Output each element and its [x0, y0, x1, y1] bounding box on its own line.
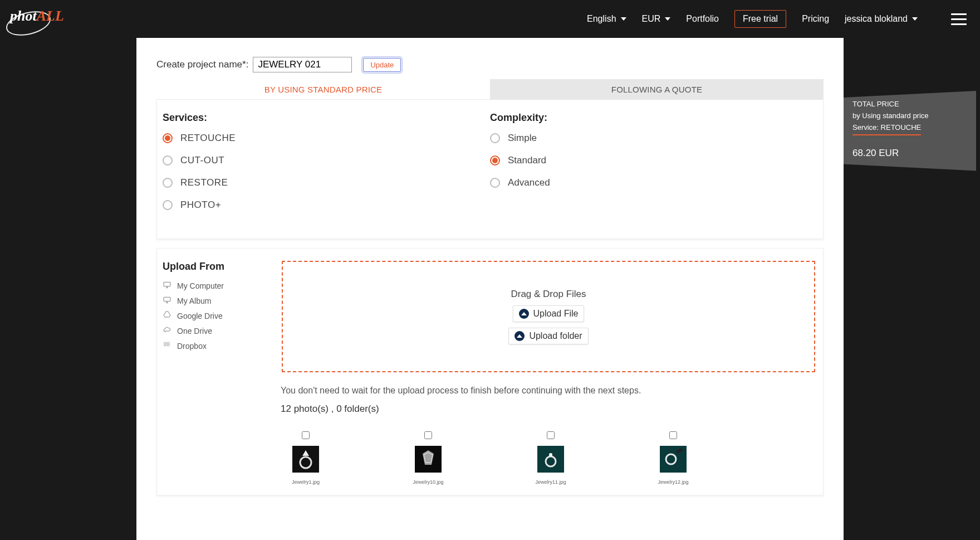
thumbnail-checkbox[interactable]	[669, 431, 677, 439]
thumbnail-filename: Jewelry12.jpg	[658, 479, 688, 485]
service-option-retouche[interactable]: RETOUCHE	[163, 133, 490, 144]
radio-icon	[163, 133, 173, 143]
radio-icon	[163, 200, 173, 210]
svg-rect-9	[660, 446, 687, 473]
source-icon	[163, 325, 171, 336]
language-dropdown[interactable]: English	[587, 14, 626, 24]
page-body: TOTAL PRICE by Using standard price Serv…	[136, 38, 844, 540]
upload-file-label: Upload File	[533, 309, 579, 319]
upload-folder-label: Upload folder	[529, 331, 582, 341]
complexity-option-standard[interactable]: Standard	[490, 155, 817, 166]
upload-count: 12 photo(s) , 0 folder(s)	[281, 403, 815, 415]
thumbnail-filename: Jewelry10.jpg	[413, 479, 443, 485]
upload-source-my-computer[interactable]: My Computer	[163, 280, 272, 291]
svg-rect-0	[164, 282, 170, 286]
source-label: One Drive	[177, 327, 212, 335]
nav: English EUR Portfolio Free trial Pricing…	[587, 10, 967, 28]
project-name-input[interactable]	[253, 57, 352, 72]
total-card-price: 68.20 EUR	[852, 145, 967, 160]
thumbnail-checkbox[interactable]	[424, 431, 432, 439]
upload-folder-button[interactable]: Upload folder	[508, 328, 588, 344]
total-card-subtitle: by Using standard price	[852, 110, 967, 122]
currency-label: EUR	[642, 14, 661, 24]
upload-source-dropbox[interactable]: Dropbox	[163, 340, 272, 351]
upload-file-button[interactable]: Upload File	[513, 305, 585, 322]
thumbnail-item: Jewelry1.jpg	[281, 431, 331, 485]
thumbnail-image[interactable]	[537, 446, 564, 473]
svg-rect-6	[537, 446, 564, 473]
radio-icon	[163, 178, 173, 188]
service-label: RESTORE	[180, 177, 228, 188]
upload-source-my-album[interactable]: My Album	[163, 295, 272, 306]
service-label: PHOTO+	[180, 200, 221, 211]
source-label: My Computer	[177, 281, 224, 290]
thumbnail-filename: Jewelry1.jpg	[292, 479, 320, 485]
thumbnail-checkbox[interactable]	[547, 431, 555, 439]
user-menu[interactable]: jessica blokland	[845, 14, 918, 24]
upload-source-google-drive[interactable]: Google Drive	[163, 310, 272, 321]
chevron-down-icon	[621, 17, 626, 21]
upload-card: Upload From My ComputerMy AlbumGoogle Dr…	[156, 248, 824, 495]
logo-text-2: ALL	[37, 8, 64, 24]
service-option-cut-out[interactable]: CUT-OUT	[163, 155, 490, 166]
project-name-row: Create project name*: Update	[136, 38, 844, 79]
app-header: photALL English EUR Portfolio Free trial…	[0, 0, 980, 38]
logo[interactable]: photALL	[10, 8, 64, 25]
thumbnail-image[interactable]	[292, 446, 319, 473]
total-price-card: TOTAL PRICE by Using standard price Serv…	[844, 91, 976, 171]
hamburger-menu-icon[interactable]	[951, 13, 967, 25]
language-label: English	[587, 14, 616, 24]
radio-icon	[490, 178, 500, 188]
nav-portfolio[interactable]: Portfolio	[686, 14, 719, 24]
source-icon	[163, 340, 171, 351]
radio-icon	[490, 155, 500, 166]
chevron-down-icon	[912, 17, 918, 21]
upload-note: You don't need to wait for the upload pr…	[281, 386, 815, 396]
source-icon	[163, 280, 171, 291]
thumbnail-row: Jewelry1.jpgJewelry10.jpgJewelry11.jpgJe…	[281, 431, 815, 485]
complexity-label: Advanced	[508, 177, 550, 188]
source-label: Dropbox	[177, 342, 207, 351]
nav-free-trial[interactable]: Free trial	[734, 10, 786, 28]
pricing-config-card: Services: RETOUCHECUT-OUTRESTOREPHOTO+ C…	[156, 100, 824, 239]
drop-zone-title: Drag & Drop Files	[511, 289, 586, 300]
complexity-column: Complexity: SimpleStandardAdvanced	[490, 112, 817, 222]
upload-from-heading: Upload From	[163, 261, 272, 273]
tab-standard-price[interactable]: BY USING STANDARD PRICE	[156, 79, 490, 100]
complexity-heading: Complexity:	[490, 112, 817, 124]
upload-sources: Upload From My ComputerMy AlbumGoogle Dr…	[163, 261, 272, 372]
upload-arrow-icon	[519, 309, 529, 319]
currency-dropdown[interactable]: EUR	[642, 14, 671, 24]
upload-arrow-icon	[514, 331, 525, 341]
thumbnail-checkbox[interactable]	[302, 431, 310, 439]
drop-zone[interactable]: Drag & Drop Files Upload File Upload fol…	[282, 261, 815, 372]
project-name-label: Create project name*:	[156, 59, 248, 70]
complexity-option-advanced[interactable]: Advanced	[490, 177, 817, 188]
thumbnail-item: Jewelry10.jpg	[403, 431, 453, 485]
logo-text-1: phot	[10, 8, 37, 24]
thumbnail-image[interactable]	[415, 446, 442, 473]
nav-pricing[interactable]: Pricing	[802, 14, 829, 24]
source-icon	[163, 310, 171, 321]
services-column: Services: RETOUCHECUT-OUTRESTOREPHOTO+	[163, 112, 490, 222]
svg-rect-1	[164, 297, 170, 301]
service-label: CUT-OUT	[180, 155, 224, 166]
total-card-service: Service: RETOUCHE	[852, 122, 921, 136]
thumbnail-image[interactable]	[660, 446, 687, 473]
upload-source-one-drive[interactable]: One Drive	[163, 325, 272, 336]
services-heading: Services:	[163, 112, 490, 124]
thumbnail-item: Jewelry11.jpg	[526, 431, 576, 485]
service-label: RETOUCHE	[180, 133, 236, 144]
source-label: My Album	[177, 296, 211, 305]
source-label: Google Drive	[177, 312, 223, 320]
radio-icon	[163, 155, 173, 166]
service-option-photo-[interactable]: PHOTO+	[163, 200, 490, 211]
complexity-label: Simple	[508, 133, 537, 144]
user-name: jessica blokland	[845, 14, 908, 24]
complexity-option-simple[interactable]: Simple	[490, 133, 817, 144]
update-button[interactable]: Update	[363, 58, 401, 72]
chevron-down-icon	[665, 17, 670, 21]
service-option-restore[interactable]: RESTORE	[163, 177, 490, 188]
pricing-mode-tabs: BY USING STANDARD PRICE FOLLOWING A QUOT…	[156, 79, 824, 100]
tab-following-quote[interactable]: FOLLOWING A QUOTE	[490, 79, 824, 100]
